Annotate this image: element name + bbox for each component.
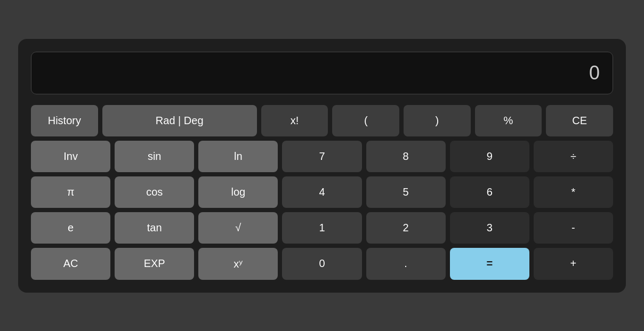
btn-history[interactable]: History	[31, 105, 98, 136]
display: 0	[31, 52, 613, 94]
buttons-grid: HistoryRad | Degx!()%CEInvsinln789÷πcosl…	[31, 105, 613, 280]
button-row-row-2: Invsinln789÷	[31, 141, 613, 172]
btn-sqrt[interactable]: √	[198, 212, 278, 244]
btn-ac[interactable]: AC	[31, 248, 110, 280]
btn-six[interactable]: 6	[450, 176, 529, 208]
btn-add[interactable]: +	[534, 248, 613, 280]
btn-five[interactable]: 5	[366, 176, 446, 208]
btn-close-paren[interactable]: )	[404, 105, 471, 136]
btn-percent[interactable]: %	[475, 105, 542, 136]
btn-zero[interactable]: 0	[282, 248, 361, 280]
btn-exp[interactable]: EXP	[115, 248, 194, 280]
btn-tan[interactable]: tan	[115, 212, 194, 244]
btn-log[interactable]: log	[198, 176, 278, 208]
button-row-row-5: ACEXPxʸ0.=+	[31, 248, 613, 280]
btn-subtract[interactable]: -	[534, 212, 613, 244]
btn-equals[interactable]: =	[450, 248, 529, 280]
calculator: 0 HistoryRad | Degx!()%CEInvsinln789÷πco…	[18, 39, 626, 293]
btn-nine[interactable]: 9	[450, 141, 529, 172]
btn-multiply[interactable]: *	[534, 176, 613, 208]
btn-cos[interactable]: cos	[115, 176, 194, 208]
btn-two[interactable]: 2	[366, 212, 446, 244]
btn-open-paren[interactable]: (	[332, 105, 399, 136]
button-row-row-4: etan√123-	[31, 212, 613, 244]
btn-one[interactable]: 1	[282, 212, 361, 244]
btn-power[interactable]: xʸ	[198, 248, 278, 280]
btn-ln[interactable]: ln	[198, 141, 278, 172]
btn-three[interactable]: 3	[450, 212, 529, 244]
display-value: 0	[589, 62, 600, 84]
btn-seven[interactable]: 7	[282, 141, 361, 172]
btn-ce[interactable]: CE	[546, 105, 613, 136]
btn-rad-deg[interactable]: Rad | Deg	[102, 105, 257, 136]
button-row-row-top: HistoryRad | Degx!()%CE	[31, 105, 613, 136]
btn-decimal[interactable]: .	[366, 248, 446, 280]
button-row-row-3: πcoslog456*	[31, 176, 613, 208]
btn-eight[interactable]: 8	[366, 141, 446, 172]
btn-euler[interactable]: e	[31, 212, 110, 244]
btn-inv[interactable]: Inv	[31, 141, 110, 172]
btn-four[interactable]: 4	[282, 176, 361, 208]
btn-divide[interactable]: ÷	[534, 141, 613, 172]
btn-sin[interactable]: sin	[115, 141, 194, 172]
btn-factorial[interactable]: x!	[261, 105, 328, 136]
btn-pi[interactable]: π	[31, 176, 110, 208]
